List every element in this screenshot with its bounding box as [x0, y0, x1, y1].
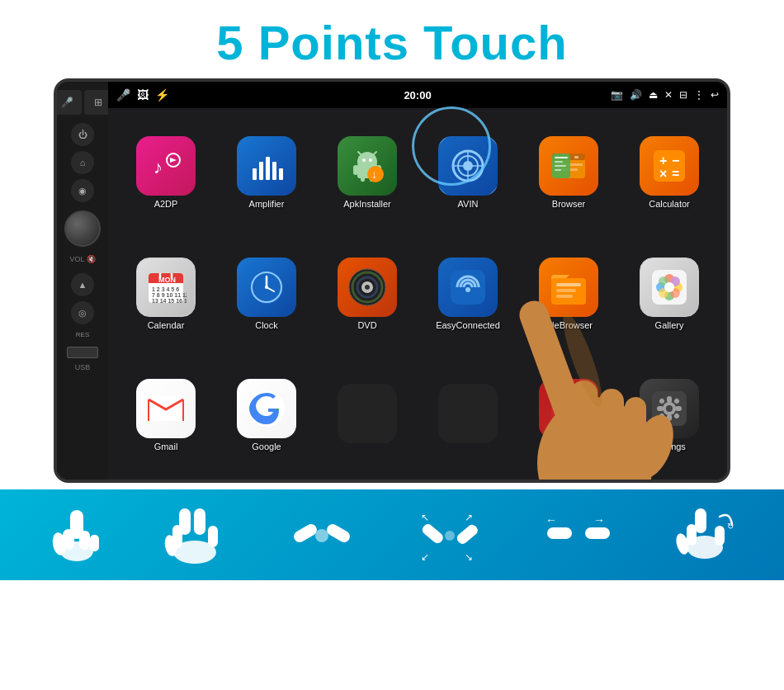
app-a2dp[interactable]: ♪ A2DP	[118, 115, 214, 231]
gmail-label: Gmail	[154, 442, 178, 451]
vol-label: VOL 🔇	[69, 255, 95, 263]
home-button[interactable]: ⌂	[71, 151, 94, 174]
svg-text:↓: ↓	[371, 168, 377, 181]
svg-point-117	[445, 531, 455, 541]
app-gallery[interactable]: Gallery	[621, 236, 717, 352]
gmail-icon	[136, 379, 196, 438]
svg-rect-115	[421, 522, 446, 545]
app-clock[interactable]: Clock	[219, 236, 314, 352]
left-panel: 🎤 ⊞ ⏻ ⌂ ◉ VOL 🔇 ▲ ◎ RES USB	[57, 82, 108, 480]
gesture-tap[interactable]	[48, 506, 102, 564]
browser-label: Browser	[552, 199, 585, 209]
menu-icon: ⋮	[694, 89, 704, 101]
app-calendar[interactable]: MON 1 2 3 4 5 6 7 8 9 10 11 12 13 14 15 …	[118, 236, 214, 352]
calculator-icon: + − × =	[640, 136, 699, 196]
app-settings[interactable]: Settings	[621, 357, 717, 473]
svg-rect-123	[585, 527, 610, 539]
svg-line-12	[373, 152, 376, 155]
gesture-rotate[interactable]: ↻	[674, 504, 736, 566]
gallery-label: Gallery	[655, 320, 684, 330]
svg-rect-64	[556, 289, 576, 292]
svg-rect-63	[556, 283, 581, 286]
calculator-label: Calculator	[649, 199, 690, 209]
power-button[interactable]: ⏻	[71, 123, 94, 146]
svg-rect-6	[279, 168, 283, 180]
app-easyconnected[interactable]: EasyConnected	[420, 236, 516, 352]
svg-line-11	[358, 152, 361, 155]
svg-text:=: =	[672, 167, 679, 181]
usb-label: USB	[75, 363, 91, 371]
svg-point-19	[453, 151, 483, 181]
empty-icon-1	[338, 384, 397, 443]
res-label: RES	[76, 331, 89, 338]
svg-rect-116	[456, 522, 480, 546]
gesture-double-tap[interactable]	[164, 504, 226, 566]
eject-button[interactable]: ▲	[71, 273, 94, 296]
app-google[interactable]: Google	[219, 357, 314, 473]
app-apkinstaller[interactable]: ↓ ApkInstaller	[319, 115, 415, 231]
mic-button[interactable]: 🎤	[54, 90, 82, 115]
svg-rect-4	[266, 157, 270, 180]
google-icon	[237, 379, 296, 438]
app-amplifier[interactable]: Amplifier	[219, 115, 314, 231]
status-left-icons: 🎤 🖼 ⚡	[116, 88, 169, 102]
gesture-pinch[interactable]	[289, 504, 355, 566]
svg-rect-27	[574, 156, 579, 158]
status-right-icons: 📷 🔊 ⏏ ✕ ⊟ ⋮ ↩	[611, 89, 719, 101]
svg-text:↖: ↖	[421, 512, 429, 523]
window-icon: ⊟	[679, 89, 687, 101]
svg-rect-104	[90, 535, 99, 551]
svg-rect-129	[715, 526, 725, 546]
filebrowser-icon	[539, 258, 598, 317]
svg-text:−: −	[672, 154, 679, 168]
svg-point-10	[369, 158, 372, 162]
svg-rect-85	[667, 414, 672, 421]
gesture-swipe[interactable]: ← →	[545, 504, 612, 566]
volume-knob[interactable]	[64, 210, 101, 247]
device-wrapper: 🎤 ⊞ ⏻ ⌂ ◉ VOL 🔇 ▲ ◎ RES USB 🎤 🖼 ⚡	[0, 78, 784, 483]
dvd-icon	[338, 258, 397, 317]
app-browser[interactable]: Browser	[521, 115, 616, 231]
usb-status-icon: ⚡	[155, 88, 169, 102]
settings-label: Settings	[653, 442, 686, 451]
svg-point-61	[465, 287, 470, 292]
svg-rect-35	[654, 150, 685, 182]
calendar-label: Calendar	[148, 320, 185, 330]
eject-icon: ⏏	[649, 89, 658, 101]
svg-text:←: ←	[545, 513, 557, 527]
apk-label: ApkInstaller	[343, 199, 390, 209]
svg-rect-34	[555, 169, 561, 171]
amplifier-icon	[237, 136, 296, 196]
easyconnected-icon	[438, 258, 498, 317]
gesture-bar: ↖ ↗ ↙ ↘ ← → ↻	[0, 489, 784, 580]
svg-rect-103	[79, 531, 90, 550]
car-stereo-device: 🎤 ⊞ ⏻ ⌂ ◉ VOL 🔇 ▲ ◎ RES USB 🎤 🖼 ⚡	[54, 78, 730, 483]
svg-point-53	[265, 286, 268, 289]
app-playstore[interactable]: Play Store	[521, 357, 616, 473]
svg-text:↻: ↻	[727, 522, 734, 531]
app-gmail[interactable]: Gmail	[118, 357, 214, 473]
svg-rect-86	[657, 406, 664, 411]
dvd-label: DVD	[357, 320, 376, 330]
svg-rect-107	[194, 508, 205, 535]
app-avin[interactable]: AVIN	[420, 115, 516, 231]
app-dvd[interactable]: DVD	[319, 236, 415, 352]
amplifier-label: Amplifier	[249, 199, 285, 209]
browser-icon	[539, 136, 598, 196]
clock-label: Clock	[255, 320, 278, 330]
svg-text:↗: ↗	[465, 512, 473, 523]
apk-icon: ↓	[338, 136, 397, 196]
map-button[interactable]: ◎	[71, 301, 94, 324]
svg-text:→: →	[593, 513, 605, 527]
gesture-spread[interactable]: ↖ ↗ ↙ ↘	[417, 504, 483, 566]
app-filebrowser[interactable]: FileBrowser	[521, 236, 616, 352]
svg-rect-122	[547, 527, 572, 539]
svg-text:7  8  9 10 11 12: 7 8 9 10 11 12	[152, 292, 187, 298]
a2dp-icon: ♪	[136, 136, 196, 196]
playstore-icon	[539, 379, 598, 438]
nav-button[interactable]: ◉	[71, 179, 94, 202]
app-calculator[interactable]: + − × = Calculator	[621, 115, 717, 231]
clock-icon	[237, 258, 296, 317]
svg-text:↘: ↘	[465, 551, 473, 563]
svg-rect-13	[353, 165, 358, 175]
